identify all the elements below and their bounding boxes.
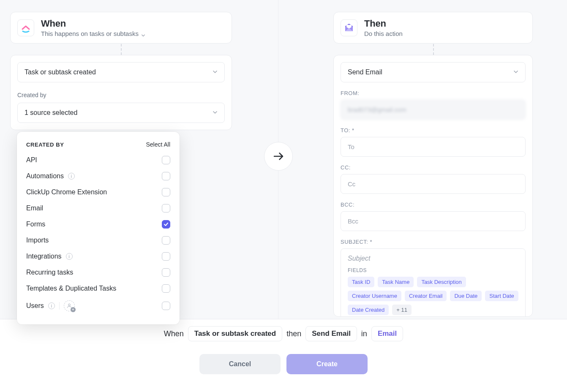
- source-option[interactable]: Usersi+: [17, 297, 180, 315]
- chevron-down-icon: [213, 109, 218, 117]
- automation-summary: When Task or subtask created then Send E…: [164, 326, 403, 341]
- to-label: TO: *: [341, 127, 526, 133]
- source-option-label: ClickUp Chrome Extension: [26, 188, 107, 196]
- source-option[interactable]: Templates & Duplicated Tasks: [17, 280, 180, 297]
- when-subtitle: This happens on tasks or subtasks: [41, 30, 139, 37]
- chevron-down-icon: [141, 32, 145, 36]
- connector-dots: [433, 44, 434, 55]
- source-value: 1 source selected: [25, 109, 77, 117]
- field-chip[interactable]: Task Name: [378, 277, 414, 287]
- source-option-checkbox[interactable]: [162, 156, 170, 164]
- source-option-label: API: [26, 156, 37, 164]
- action-select[interactable]: Send Email: [341, 62, 526, 82]
- then-title: Then: [364, 18, 403, 29]
- source-option-label: Recurring tasks: [26, 269, 73, 276]
- source-option-checkbox[interactable]: [162, 188, 170, 196]
- source-option[interactable]: Automationsi: [17, 168, 180, 184]
- when-subtitle-row[interactable]: This happens on tasks or subtasks: [41, 30, 145, 37]
- subject-box: Subject FIELDS Task IDTask NameTask Desc…: [341, 248, 526, 317]
- summary-in-word: in: [361, 329, 367, 338]
- source-option[interactable]: Imports: [17, 232, 180, 248]
- then-header-card: Then Do this action: [333, 12, 533, 44]
- source-option-label: Imports: [26, 237, 49, 244]
- source-option-checkbox[interactable]: [162, 236, 170, 245]
- cc-field[interactable]: Cc: [341, 174, 526, 194]
- summary-location-token[interactable]: Email: [371, 326, 403, 341]
- field-chip-more[interactable]: + 11: [392, 305, 412, 315]
- source-option-label: Users: [26, 302, 44, 310]
- subject-label: SUBJECT: *: [341, 239, 526, 245]
- source-option[interactable]: Email: [17, 200, 180, 216]
- trigger-value: Task or subtask created: [25, 68, 96, 76]
- created-by-popover: CREATED BY Select All APIAutomationsiCli…: [17, 132, 180, 324]
- field-chip[interactable]: Creator Email: [405, 291, 447, 301]
- field-chip[interactable]: Creator Username: [348, 291, 401, 301]
- email-icon: [341, 19, 357, 36]
- source-option-label: Forms: [26, 220, 45, 228]
- source-option[interactable]: API: [17, 152, 180, 168]
- summary-action-token[interactable]: Send Email: [305, 326, 357, 341]
- source-option-checkbox[interactable]: [162, 252, 170, 261]
- source-option[interactable]: Forms: [17, 216, 180, 232]
- field-chip[interactable]: Task ID: [348, 277, 374, 287]
- field-chip[interactable]: Start Date: [485, 291, 518, 301]
- source-option-checkbox[interactable]: [162, 204, 170, 212]
- info-icon: i: [48, 302, 55, 309]
- source-option[interactable]: Integrationsi: [17, 248, 180, 264]
- info-icon: i: [66, 253, 73, 260]
- created-by-label: Created by: [17, 92, 225, 98]
- svg-point-0: [68, 304, 70, 306]
- source-option-checkbox[interactable]: [162, 302, 170, 310]
- subject-field[interactable]: Subject: [348, 255, 518, 262]
- cancel-button[interactable]: Cancel: [199, 354, 281, 374]
- summary-when-word: When: [164, 329, 184, 338]
- source-select[interactable]: 1 source selected: [17, 103, 225, 123]
- from-label: FROM:: [341, 90, 526, 96]
- when-title: When: [41, 18, 145, 29]
- field-chip[interactable]: Due Date: [450, 291, 482, 301]
- field-chip[interactable]: Task Description: [417, 277, 466, 287]
- source-option-checkbox[interactable]: [162, 268, 170, 277]
- connector-dots: [121, 44, 122, 55]
- divider: [59, 302, 60, 310]
- summary-trigger-token[interactable]: Task or subtask created: [188, 326, 282, 341]
- chevron-down-icon: [513, 68, 518, 76]
- fields-title: FIELDS: [348, 267, 518, 273]
- bcc-label: BCC:: [341, 201, 526, 208]
- to-field[interactable]: To: [341, 137, 526, 157]
- field-chip[interactable]: Date Created: [348, 305, 389, 315]
- then-subtitle: Do this action: [364, 30, 403, 37]
- create-button[interactable]: Create: [286, 354, 368, 374]
- source-option-checkbox[interactable]: [162, 284, 170, 293]
- fields-chips: Task IDTask NameTask DescriptionCreator …: [348, 277, 518, 315]
- source-option[interactable]: Recurring tasks: [17, 264, 180, 280]
- add-user-icon[interactable]: +: [64, 300, 75, 311]
- source-option-checkbox[interactable]: [162, 220, 170, 229]
- popover-title: CREATED BY: [26, 142, 64, 148]
- summary-then-word: then: [286, 329, 301, 338]
- info-icon: i: [68, 173, 75, 180]
- chevron-down-icon: [213, 68, 218, 76]
- select-all-button[interactable]: Select All: [146, 141, 170, 148]
- arrow-right-icon: [264, 142, 293, 171]
- source-option-label: Automations: [26, 172, 64, 180]
- footer: When Task or subtask created then Send E…: [0, 319, 567, 392]
- when-header-card: When This happens on tasks or subtasks: [10, 12, 232, 44]
- cc-label: CC:: [341, 164, 526, 171]
- source-option-checkbox[interactable]: [162, 172, 170, 180]
- source-option[interactable]: ClickUp Chrome Extension: [17, 184, 180, 200]
- trigger-select[interactable]: Task or subtask created: [17, 62, 225, 82]
- action-value: Send Email: [348, 68, 382, 76]
- when-config-card: Task or subtask created Created by 1 sou…: [10, 55, 232, 130]
- source-option-label: Integrations: [26, 253, 62, 260]
- source-option-label: Templates & Duplicated Tasks: [26, 285, 116, 292]
- then-config-card: Send Email FROM: brad073@gmail.com TO: *…: [333, 55, 533, 317]
- source-option-label: Email: [26, 204, 43, 212]
- bcc-field[interactable]: Bcc: [341, 211, 526, 231]
- from-field[interactable]: brad073@gmail.com: [341, 100, 526, 120]
- clickup-logo-icon: [17, 19, 34, 36]
